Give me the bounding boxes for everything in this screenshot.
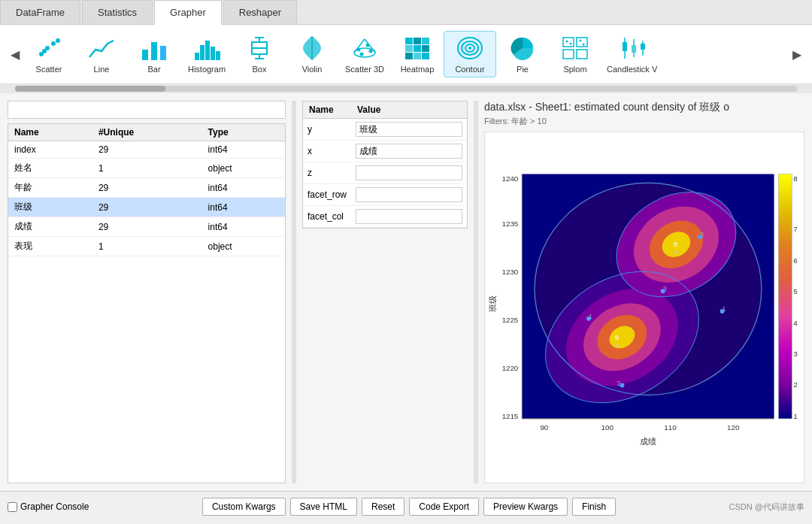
svg-rect-51: [632, 45, 636, 53]
svg-rect-41: [577, 38, 587, 47]
tool-violin[interactable]: Violin: [286, 31, 338, 77]
table-row[interactable]: index 29 int64: [8, 141, 285, 159]
row-type: int64: [202, 141, 285, 159]
scroll-track[interactable]: [15, 86, 797, 92]
scroll-thumb[interactable]: [15, 86, 165, 92]
svg-text:100: 100: [601, 423, 614, 432]
code-export-button[interactable]: Code Export: [409, 498, 479, 516]
param-value-cell[interactable]: [351, 141, 467, 162]
svg-point-46: [580, 40, 582, 42]
param-value-input[interactable]: [356, 122, 462, 137]
tool-heatmap-label: Heatmap: [401, 65, 435, 74]
contour-chart: 2 1 1 3 3 8 A 8 A: [485, 132, 804, 483]
divider-right[interactable]: [474, 101, 478, 483]
tool-scatter3d[interactable]: Scatter 3D: [338, 31, 391, 77]
tool-contour[interactable]: Contour: [444, 31, 496, 77]
tool-splom[interactable]: Splom: [549, 31, 601, 77]
tab-dataframe[interactable]: DataFrame: [0, 0, 80, 24]
console-label: Grapher Console: [20, 501, 89, 512]
svg-rect-33: [405, 53, 413, 59]
param-name: x: [303, 141, 351, 162]
row-name: 年龄: [8, 178, 92, 198]
col-name-header: Name: [8, 124, 92, 141]
svg-point-26: [360, 53, 364, 56]
svg-point-4: [42, 49, 47, 53]
col-unique-header: #Unique: [92, 124, 202, 141]
svg-point-73: [620, 383, 624, 388]
tool-scatter[interactable]: Scatter: [23, 31, 75, 77]
svg-rect-9: [200, 45, 205, 60]
finish-button[interactable]: Finish: [572, 498, 616, 516]
row-type: int64: [202, 178, 285, 198]
tool-contour-label: Contour: [455, 65, 484, 74]
divider-left[interactable]: [292, 101, 296, 483]
tool-line[interactable]: Line: [75, 31, 128, 77]
svg-text:1225: 1225: [501, 316, 518, 324]
custom-kwargs-button[interactable]: Custom Kwargs: [202, 498, 286, 516]
row-unique: 29: [92, 141, 202, 159]
svg-point-74: [720, 309, 725, 313]
param-value-cell[interactable]: [351, 206, 467, 228]
tool-heatmap[interactable]: Heatmap: [391, 31, 444, 77]
param-name: z: [303, 162, 351, 184]
svg-text:班级: 班级: [488, 295, 497, 312]
param-row: x: [303, 141, 467, 162]
param-name: facet_col: [303, 206, 351, 228]
watermark: CSDN @代码讲故事: [729, 501, 804, 513]
svg-text:7: 7: [793, 225, 797, 233]
console-checkbox[interactable]: [8, 502, 17, 512]
scroll-right-arrow[interactable]: ▶: [789, 47, 804, 62]
preview-kwargs-button[interactable]: Preview Kwargs: [483, 498, 568, 516]
table-row[interactable]: 表现 1 object: [8, 237, 285, 256]
table-row[interactable]: 班级 29 int64: [8, 198, 285, 217]
tool-box-label: Box: [253, 65, 267, 74]
toolbar-scrollbar[interactable]: [0, 84, 812, 93]
reset-button[interactable]: Reset: [362, 498, 404, 516]
svg-rect-6: [151, 42, 157, 60]
tool-splom-label: Splom: [563, 65, 586, 74]
svg-text:3: 3: [793, 350, 798, 358]
top-tab-bar: DataFrame Statistics Grapher Reshaper: [0, 0, 812, 25]
tool-pie[interactable]: Pie: [496, 31, 549, 77]
svg-rect-8: [195, 53, 199, 60]
save-html-button[interactable]: Save HTML: [290, 498, 357, 516]
params-table: Name Value y x z facet_row: [302, 101, 468, 229]
tool-bar-label: Bar: [147, 65, 160, 74]
row-unique: 29: [92, 198, 202, 217]
svg-text:成绩: 成绩: [640, 437, 656, 446]
svg-rect-29: [422, 38, 429, 44]
col-type-header: Type: [202, 124, 285, 141]
svg-text:2: 2: [793, 380, 797, 389]
table-row[interactable]: 姓名 1 object: [8, 159, 285, 178]
tool-bar[interactable]: Bar: [128, 31, 180, 77]
param-value-input[interactable]: [356, 187, 462, 202]
param-value-input[interactable]: [356, 144, 462, 159]
tool-box[interactable]: Box: [233, 31, 286, 77]
param-value-input[interactable]: [356, 165, 462, 180]
tab-statistics[interactable]: Statistics: [82, 0, 153, 24]
svg-point-76: [661, 289, 665, 293]
param-value-cell[interactable]: [351, 119, 467, 141]
svg-rect-42: [563, 50, 574, 59]
row-name: 表现: [8, 237, 92, 256]
tool-violin-label: Violin: [302, 65, 323, 74]
tool-candlestick[interactable]: Candlestick V: [601, 31, 662, 77]
tool-histogram[interactable]: Histogram: [180, 31, 233, 77]
tab-grapher[interactable]: Grapher: [154, 0, 222, 25]
table-row[interactable]: 年龄 29 int64: [8, 178, 285, 198]
table-row[interactable]: 成绩 29 int64: [8, 217, 285, 237]
bottom-bar: Grapher Console Custom Kwargs Save HTML …: [0, 491, 812, 522]
param-value-cell[interactable]: [351, 184, 467, 206]
svg-point-75: [586, 317, 591, 321]
middle-panel: Name Value y x z facet_row: [302, 101, 468, 483]
svg-rect-27: [405, 38, 413, 44]
param-value-input[interactable]: [356, 209, 462, 224]
search-input[interactable]: [8, 101, 286, 119]
scroll-left-arrow[interactable]: ◀: [8, 47, 23, 62]
tab-reshaper[interactable]: Reshaper: [223, 0, 297, 24]
param-value-cell[interactable]: [351, 162, 467, 184]
svg-point-3: [56, 38, 60, 43]
console-checkbox-label[interactable]: Grapher Console: [8, 501, 89, 512]
param-row: facet_col: [303, 206, 467, 228]
chart-filter: Filters: 年龄 > 10: [484, 116, 804, 127]
